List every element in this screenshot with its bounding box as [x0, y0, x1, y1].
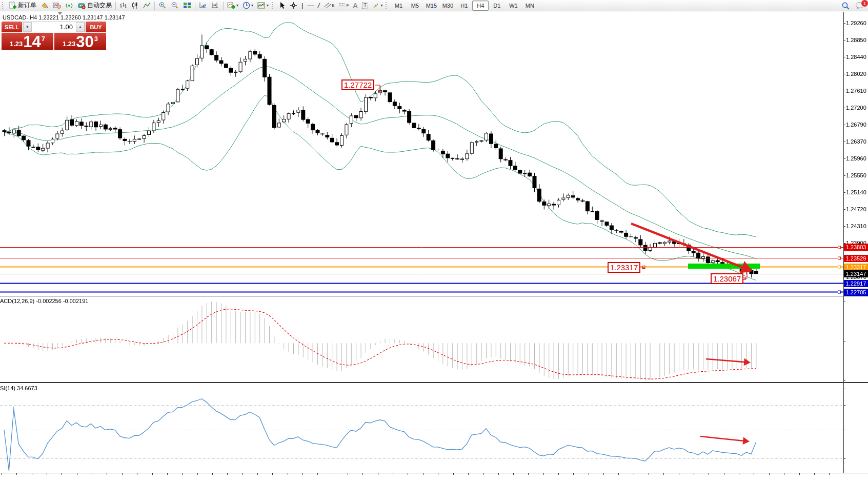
price-tick-label: 1.27200 [846, 105, 866, 111]
signal-icon [65, 2, 73, 9]
price-tick-label: 1.29260 [846, 20, 866, 26]
timeframe-button-m30[interactable]: M30 [439, 1, 456, 11]
price-annotation[interactable]: 1.23067 [711, 273, 743, 284]
timeframe-button-m5[interactable]: M5 [407, 1, 423, 11]
volume-spinner: ▼ 1.00 ▲ [23, 22, 85, 32]
sell-price-big: 14 [23, 34, 41, 49]
templates-icon [257, 2, 266, 9]
toolbar-separator [223, 2, 224, 10]
price-line-label[interactable]: 1.23803 [844, 244, 868, 251]
channel-e-glyph: E [332, 3, 334, 8]
zoom-out-icon [171, 2, 179, 9]
arrow-objects-icon [372, 2, 379, 9]
equidistant-channel-icon [324, 2, 331, 9]
templates-button[interactable]: ▾ [255, 0, 271, 11]
zoom-in-button[interactable] [156, 0, 169, 11]
timeframe-button-mn[interactable]: MN [521, 1, 538, 11]
cursor-icon [278, 2, 286, 9]
tile-windows-button[interactable] [181, 0, 193, 11]
price-annotation[interactable]: 1.27722 [341, 79, 374, 90]
fibonacci-tool-button[interactable]: F [336, 0, 351, 11]
price-annotation[interactable]: 1.23317 [608, 262, 640, 273]
fibonacci-icon [338, 2, 346, 9]
price-line-label[interactable]: 1.22705 [844, 289, 868, 296]
bar-chart-button[interactable] [117, 0, 129, 11]
toolbar-grip[interactable] [2, 2, 5, 9]
price-tick-label: 1.27610 [846, 88, 866, 94]
auto-scroll-icon [199, 2, 207, 9]
text-label-icon: T [362, 2, 369, 9]
vertical-line-tool-button[interactable]: | [299, 0, 305, 11]
sell-price-display[interactable]: 1.23 14 7 [2, 33, 53, 50]
timeframe-button-m15[interactable]: M15 [423, 1, 439, 11]
line-chart-button[interactable] [141, 0, 153, 11]
tile-windows-icon [183, 2, 191, 9]
chevron-down-icon: ▾ [380, 3, 382, 8]
horizontal-line-tool-button[interactable]: — [305, 0, 316, 11]
periods-button[interactable]: ▾ [240, 0, 255, 11]
crosshair-icon [290, 2, 297, 9]
timeframe-button-d1[interactable]: D1 [489, 1, 505, 11]
sell-button[interactable]: SELL [2, 22, 22, 32]
price-line-label[interactable]: 1.23317 [844, 264, 868, 271]
notification-badge: 1 [861, 0, 868, 7]
autotrading-icon [77, 2, 86, 9]
main-toolbar: 新订单 自动交易 [0, 0, 868, 11]
zoom-in-icon [158, 2, 167, 9]
price-tick-label: 1.24310 [846, 223, 866, 229]
vertical-line-icon: | [301, 2, 303, 9]
timeframe-button-m1[interactable]: M1 [390, 1, 407, 11]
price-tick-label: 1.28020 [846, 71, 866, 77]
buy-price-display[interactable]: 1.23 30 3 [54, 33, 106, 50]
candlestick-chart-button[interactable] [129, 0, 141, 11]
text-tool-icon: A [353, 2, 357, 9]
timeframe-button-h1[interactable]: H1 [456, 1, 472, 11]
chart-canvas[interactable] [0, 0, 868, 482]
chevron-down-icon: ▾ [236, 3, 238, 8]
volume-increment-button[interactable]: ▲ [76, 22, 85, 32]
sell-price-prefix: 1.23 [10, 40, 23, 48]
chart-shift-button[interactable] [209, 0, 221, 11]
signals-button[interactable] [63, 0, 75, 11]
toolbar-grip[interactable] [272, 2, 275, 9]
auto-scroll-button[interactable] [197, 0, 209, 11]
timeframe-button-w1[interactable]: W1 [505, 1, 521, 11]
indicators-button[interactable]: ▾ [225, 0, 240, 11]
crosshair-tool-button[interactable] [288, 0, 299, 11]
price-tick-label: 1.28850 [846, 37, 866, 43]
new-order-icon [9, 2, 16, 9]
mt4-terminal: { "toolbar": { "new_order_label": "新订单",… [0, 0, 868, 482]
sell-price-sup: 7 [42, 35, 45, 43]
price-tick-label: 1.26790 [846, 122, 866, 128]
profiles-icon [53, 2, 61, 9]
volume-decrement-button[interactable]: ▼ [23, 22, 32, 32]
arrows-tool-button[interactable]: ▾ [370, 0, 385, 11]
toolbar-separator [195, 2, 195, 10]
toolbar-grip[interactable] [386, 2, 389, 9]
zoom-out-button[interactable] [169, 0, 181, 11]
autotrading-button[interactable]: 自动交易 [75, 0, 114, 11]
new-order-button[interactable]: 新订单 [7, 0, 38, 11]
text-label-tool-button[interactable]: T [360, 0, 371, 11]
styles-button[interactable] [38, 0, 51, 11]
volume-input[interactable]: 1.00 [32, 22, 76, 32]
price-line-label[interactable]: 1.23529 [844, 255, 868, 262]
trendline-tool-button[interactable]: / [316, 0, 322, 11]
buy-price-big: 30 [76, 34, 93, 49]
buy-button[interactable]: BUY [86, 22, 106, 32]
price-tick-label: 1.28440 [846, 54, 866, 60]
channel-tool-button[interactable]: E [322, 0, 336, 11]
cursor-tool-button[interactable] [276, 0, 288, 11]
text-tool-button[interactable]: A [351, 0, 359, 11]
bar-chart-icon [119, 2, 127, 9]
search-icon[interactable] [841, 2, 850, 10]
trendline-icon: / [317, 2, 320, 9]
profiles-button[interactable] [51, 0, 63, 11]
fibonacci-f-glyph: F [346, 3, 349, 8]
price-line-label[interactable]: 1.23147 [844, 270, 868, 277]
notifications-button[interactable]: 1 [855, 2, 865, 10]
one-click-collapse-caret[interactable] [57, 12, 63, 15]
toolbar-right: 1 [841, 0, 865, 11]
timeframe-button-h4[interactable]: H4 [472, 1, 489, 11]
price-line-label[interactable]: 1.22917 [844, 280, 868, 287]
